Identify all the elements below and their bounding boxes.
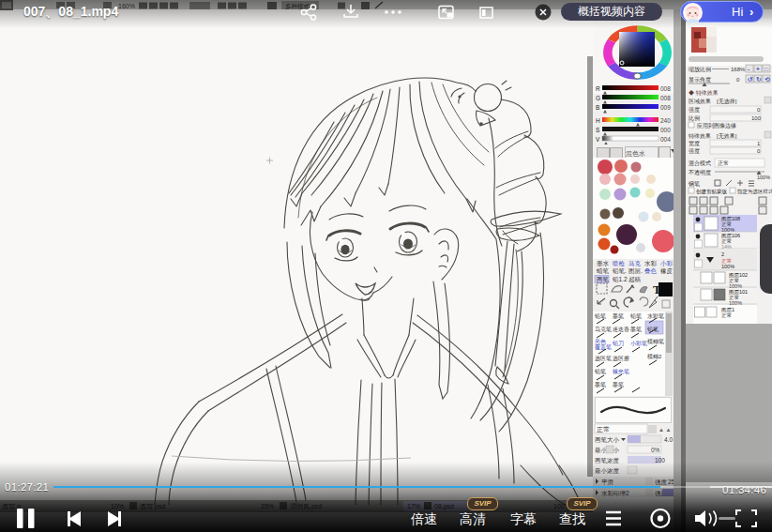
svg-text:R: R — [596, 85, 600, 92]
svg-text:创建剪贴蒙版: 创建剪贴蒙版 — [696, 189, 728, 195]
svg-text:↺: ↺ — [748, 76, 753, 83]
svg-text:-: - — [748, 66, 749, 72]
svg-text:100: 100 — [751, 115, 762, 121]
svg-text:宽度: 宽度 — [689, 140, 700, 147]
svg-text:铅笔: 铅笔 — [646, 326, 658, 333]
svg-text:S: S — [596, 127, 600, 133]
svg-text:009: 009 — [660, 104, 671, 111]
svg-text:覆盖笔: 覆盖笔 — [595, 343, 612, 351]
svg-text:铅笔.: 铅笔. — [612, 267, 627, 274]
svg-text:240: 240 — [660, 117, 671, 124]
svg-text:14%: 14% — [721, 244, 732, 250]
svg-text:迷迭香: 迷迭香 — [613, 326, 629, 333]
svg-text:比例: 比例 — [689, 115, 700, 122]
svg-text:正常: 正常 — [718, 160, 729, 166]
svg-text:100%: 100% — [729, 300, 742, 306]
svg-text:墨笔: 墨笔 — [594, 382, 606, 388]
svg-text:墨笔: 墨笔 — [629, 327, 642, 332]
svg-text:区域效果: 区域效果 — [689, 98, 711, 104]
svg-text:[无选择]: [无选择] — [717, 98, 737, 105]
svg-text:V: V — [596, 136, 600, 143]
svg-text:强度: 强度 — [689, 147, 700, 155]
svg-text:008: 008 — [660, 95, 671, 101]
svg-text:钢笔: 钢笔 — [688, 180, 700, 187]
svg-text:铅笔: 铅笔 — [594, 312, 606, 320]
svg-text:橡光笔: 橡光笔 — [613, 369, 629, 375]
svg-text:铅刀: 铅刀 — [612, 340, 624, 347]
svg-text:指定为选区样式: 指定为选区样式 — [736, 189, 772, 195]
svg-text:100%: 100% — [721, 264, 734, 269]
svg-text:正常: 正常 — [597, 426, 610, 433]
svg-text:小彩: 小彩 — [660, 260, 674, 267]
svg-text:100%: 100% — [721, 227, 734, 233]
svg-text:显示角度: 显示角度 — [689, 76, 711, 84]
svg-text:B: B — [596, 104, 599, 111]
svg-text:100%: 100% — [729, 283, 742, 289]
svg-text:墨笔: 墨笔 — [612, 382, 624, 388]
svg-text:选区擦: 选区擦 — [613, 355, 629, 362]
svg-text:正常: 正常 — [721, 312, 732, 318]
svg-text:亮色: 亮色 — [595, 338, 607, 344]
svg-text:004: 004 — [660, 136, 671, 143]
svg-text:100%: 100% — [757, 175, 770, 180]
svg-text:+: + — [756, 66, 760, 72]
svg-text:蜡笔: 蜡笔 — [597, 267, 610, 275]
svg-text:特殊效果: 特殊效果 — [689, 133, 711, 140]
svg-text:水彩: 水彩 — [644, 260, 658, 267]
svg-text:0%: 0% — [651, 447, 660, 453]
svg-text:H: H — [596, 117, 600, 124]
svg-text:铅笔: 铅笔 — [629, 312, 642, 320]
svg-text:墨笔: 墨笔 — [612, 313, 624, 319]
svg-text:◆ 特殊效果: ◆ 特殊效果 — [689, 90, 719, 97]
svg-text:选区笔: 选区笔 — [595, 355, 612, 362]
svg-text:应用到图像边缘: 应用到图像边缘 — [697, 122, 736, 129]
svg-text:小彩笔: 小彩笔 — [630, 341, 647, 346]
svg-text:⟲: ⟲ — [764, 76, 770, 83]
svg-text:墨水: 墨水 — [597, 260, 610, 266]
svg-text:▲ ▲ ▲: ▲ ▲ ▲ — [658, 427, 674, 433]
svg-text:强度: 强度 — [689, 106, 700, 114]
svg-text:不透明度: 不透明度 — [689, 169, 711, 176]
svg-text:4.0: 4.0 — [664, 436, 673, 443]
svg-text:0: 0 — [736, 77, 740, 83]
svg-text:2: 2 — [721, 251, 724, 257]
svg-text:008: 008 — [660, 85, 671, 92]
svg-text:G: G — [596, 95, 600, 101]
svg-text:图层.: 图层. — [628, 267, 643, 274]
svg-text:↻: ↻ — [756, 76, 762, 83]
svg-text:叠色: 叠色 — [644, 267, 658, 274]
svg-text:□: □ — [764, 66, 768, 72]
svg-text:马克: 马克 — [628, 260, 642, 267]
svg-text:000: 000 — [660, 127, 671, 133]
svg-text:缩放比例: 缩放比例 — [689, 66, 711, 73]
svg-text:画笔大小: 画笔大小 — [595, 436, 620, 443]
svg-text:马克笔: 马克笔 — [595, 326, 612, 333]
svg-text:168%: 168% — [731, 67, 746, 72]
svg-text:橡皮: 橡皮 — [660, 267, 674, 275]
svg-text:铅笔: 铅笔 — [594, 368, 606, 375]
svg-text:混合模式: 混合模式 — [689, 160, 711, 167]
svg-text:模糊2: 模糊2 — [647, 354, 662, 359]
svg-text:喷枪: 喷枪 — [613, 260, 626, 267]
svg-text:[无效果]: [无效果] — [717, 132, 737, 140]
svg-text:模糊笔: 模糊笔 — [647, 339, 664, 344]
